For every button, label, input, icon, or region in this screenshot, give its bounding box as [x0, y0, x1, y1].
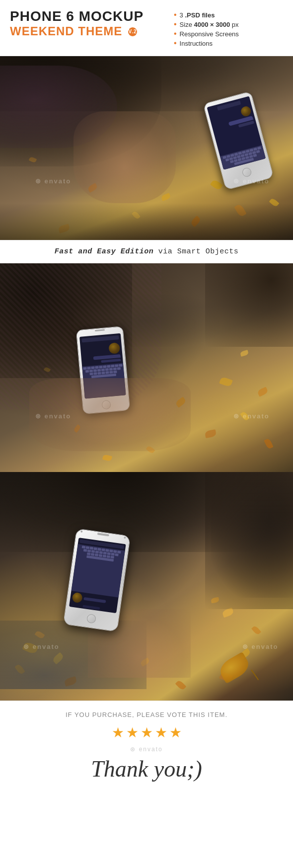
footer-section: IF YOU PURCHASE, PLEASE VOTE THIS ITEM. …: [0, 701, 293, 792]
star-5: ★: [169, 724, 182, 741]
phone-home-button-1: [241, 167, 252, 178]
footer-envato-watermark: ⊛ envato: [10, 746, 283, 753]
phone-home-button-3: [86, 614, 96, 624]
phone-screen-3: [69, 538, 126, 613]
vote-text: IF YOU PURCHASE, PLEASE VOTE THIS ITEM.: [10, 711, 283, 718]
jacket-right: [211, 472, 293, 598]
product-title: PHONE 6 MOCKUP: [10, 9, 174, 24]
star-4: ★: [155, 724, 167, 741]
bullet-icon: •: [174, 20, 177, 28]
scene-1: ⊛ envato ⊛ envato: [0, 56, 293, 240]
bullet-icon: •: [174, 39, 177, 47]
header-section: PHONE 6 MOCKUP WEEKEND THEME v.2 • 3 .PS…: [0, 0, 293, 56]
star-rating: ★ ★ ★ ★ ★: [10, 724, 283, 741]
version-badge: v.2: [128, 27, 137, 36]
scene-bottom-dark: [0, 203, 293, 240]
caption-section: Fast and Easy Edition via Smart Objects: [0, 240, 293, 263]
feature-item: • Size 4000 × 3000 px: [174, 20, 283, 28]
star-2: ★: [126, 724, 139, 741]
chat-avatar-3: [72, 592, 83, 604]
scene-3: ⊛ envato ⊛ envato: [0, 472, 293, 701]
caption-text: Fast and Easy Edition via Smart Objects: [10, 247, 283, 256]
hands-area-2: [29, 378, 191, 451]
product-subtitle: WEEKEND THEME v.2: [10, 24, 174, 39]
star-3: ★: [141, 724, 153, 741]
caption-bold: Fast and Easy Edition: [55, 247, 154, 256]
chat-avatar: [240, 105, 252, 117]
bullet-icon: •: [174, 11, 177, 19]
scene-2: ⊛ envato ⊛ envato: [0, 263, 293, 472]
feature-item: • Responsive Screens: [174, 30, 283, 38]
feature-item: • Instructions: [174, 39, 283, 47]
feature-item: • 3 .PSD files: [174, 11, 283, 19]
hand-area: [73, 111, 176, 203]
thank-you-text: Thank you;): [10, 756, 283, 787]
leaf-stem: [251, 670, 259, 681]
features-list: • 3 .PSD files • Size 4000 × 3000 px • R…: [174, 9, 283, 49]
keyboard-area-3: [72, 544, 125, 597]
bullet-icon: •: [174, 30, 177, 38]
caption-normal: via Smart Objects: [153, 247, 238, 256]
star-1: ★: [112, 724, 124, 741]
chat-avatar-2: [108, 342, 120, 354]
header-left: PHONE 6 MOCKUP WEEKEND THEME v.2: [10, 9, 174, 39]
